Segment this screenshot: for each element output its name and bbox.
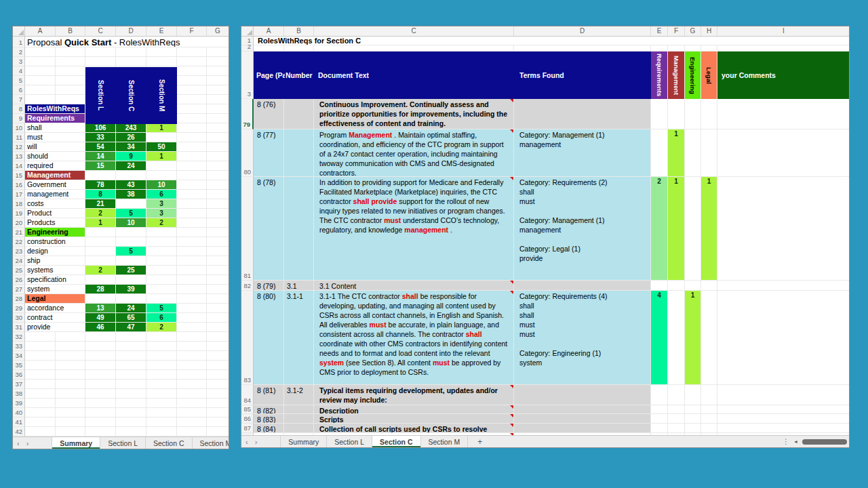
empty-cell[interactable] — [25, 47, 56, 57]
workbook-title-cell[interactable]: Proposal Quick Start - RolesWithReqs — [25, 37, 229, 47]
page-para-cell[interactable]: 8 (81) — [254, 385, 284, 405]
empty-cell[interactable] — [146, 380, 177, 389]
empty-cell[interactable] — [146, 171, 177, 180]
column-header[interactable]: D — [116, 26, 146, 36]
term-label-cell[interactable]: contract — [25, 313, 85, 323]
empty-cell[interactable] — [207, 95, 229, 104]
empty-cell[interactable] — [25, 399, 56, 408]
term-count-cell[interactable]: 3 — [146, 209, 177, 218]
document-text-cell[interactable]: Program Management . Maintain optimal st… — [314, 129, 514, 177]
page-para-cell[interactable]: 8 (82) — [254, 405, 284, 414]
empty-cell[interactable] — [146, 342, 177, 351]
empty-cell[interactable] — [651, 281, 668, 291]
empty-cell[interactable] — [146, 361, 177, 370]
empty-cell[interactable] — [177, 180, 207, 190]
row-header[interactable]: 5 — [13, 76, 25, 85]
empty-cell[interactable] — [85, 57, 116, 66]
empty-cell[interactable] — [56, 332, 85, 342]
empty-cell[interactable] — [177, 104, 207, 114]
empty-cell[interactable] — [177, 152, 207, 161]
terms-found-cell[interactable]: Category: Requirements (4) shall shall m… — [514, 291, 651, 385]
empty-cell[interactable] — [207, 47, 229, 57]
comments-cell[interactable] — [717, 99, 849, 129]
empty-cell[interactable] — [651, 405, 668, 414]
row-header[interactable]: 4 — [13, 66, 25, 76]
category-header-cell[interactable]: Legal — [25, 294, 85, 304]
empty-cell[interactable] — [685, 433, 701, 435]
empty-cell[interactable] — [207, 142, 229, 152]
term-count-cell[interactable]: 14 — [85, 152, 116, 161]
term-count-cell[interactable]: 50 — [146, 142, 177, 152]
empty-cell[interactable] — [146, 256, 177, 266]
column-header[interactable]: B — [284, 26, 314, 36]
term-label-cell[interactable]: specification — [25, 275, 85, 285]
comments-cell[interactable] — [717, 129, 849, 177]
row-header[interactable]: 81 — [241, 177, 254, 281]
page-para-cell[interactable]: 8 (79) — [254, 281, 284, 291]
empty-cell[interactable] — [25, 418, 56, 427]
empty-cell[interactable] — [177, 256, 207, 266]
document-text-cell[interactable]: In addition to providing support for Med… — [314, 177, 514, 281]
empty-cell[interactable] — [56, 342, 85, 351]
empty-cell[interactable] — [651, 385, 668, 405]
column-header[interactable]: C — [314, 26, 514, 36]
empty-cell[interactable] — [207, 266, 229, 275]
category-count-cell[interactable]: 1 — [701, 177, 717, 281]
empty-cell[interactable] — [651, 129, 668, 177]
empty-cell[interactable] — [177, 275, 207, 285]
empty-cell[interactable] — [668, 414, 685, 424]
empty-cell[interactable] — [25, 95, 56, 104]
empty-cell[interactable] — [651, 433, 668, 435]
page-para-cell[interactable] — [254, 433, 284, 435]
empty-cell[interactable] — [177, 218, 207, 228]
empty-cell[interactable] — [146, 285, 177, 294]
empty-cell[interactable] — [701, 45, 717, 52]
term-count-cell[interactable]: 33 — [85, 133, 116, 142]
page-para-cell[interactable]: 8 (80) — [254, 291, 284, 385]
row-header[interactable]: 85 — [241, 405, 254, 414]
empty-cell[interactable] — [25, 332, 56, 342]
empty-cell[interactable] — [25, 408, 56, 418]
column-header[interactable]: A — [25, 26, 56, 36]
empty-cell[interactable] — [56, 361, 85, 370]
empty-cell[interactable] — [207, 161, 229, 171]
term-label-cell[interactable]: should — [25, 152, 85, 161]
term-count-cell[interactable]: 28 — [85, 285, 116, 294]
empty-cell[interactable] — [207, 171, 229, 180]
row-header[interactable]: 29 — [13, 304, 25, 313]
empty-cell[interactable] — [146, 161, 177, 171]
term-count-cell[interactable]: 1 — [146, 123, 177, 133]
empty-cell[interactable] — [651, 414, 668, 424]
term-label-cell[interactable]: Product — [25, 209, 85, 218]
section-column-header[interactable]: Section L — [85, 67, 116, 124]
row-header[interactable]: 7 — [13, 95, 25, 104]
term-label-cell[interactable]: ship — [25, 256, 85, 266]
row-header[interactable]: 34 — [13, 351, 25, 361]
terms-found-cell[interactable] — [514, 385, 651, 405]
category-count-cell[interactable]: 1 — [668, 129, 685, 177]
empty-cell[interactable] — [116, 47, 146, 57]
empty-cell[interactable] — [207, 85, 229, 95]
term-count-cell[interactable]: 1 — [146, 152, 177, 161]
empty-cell[interactable] — [207, 389, 229, 399]
row-header[interactable]: 37 — [13, 380, 25, 389]
comments-cell[interactable] — [717, 424, 849, 433]
terms-found-cell[interactable]: Category: Requirements (2) shall must Ca… — [514, 177, 651, 281]
empty-cell[interactable] — [25, 370, 56, 380]
page-para-cell[interactable]: 8 (76) — [254, 99, 284, 129]
term-count-cell[interactable]: 3 — [146, 199, 177, 209]
empty-cell[interactable] — [116, 294, 146, 304]
row-header[interactable]: 84 — [241, 385, 254, 405]
term-label-cell[interactable]: will — [25, 142, 85, 152]
empty-cell[interactable] — [146, 351, 177, 361]
empty-cell[interactable] — [85, 332, 116, 342]
term-count-cell[interactable]: 10 — [146, 180, 177, 190]
empty-cell[interactable] — [56, 408, 85, 418]
term-count-cell[interactable]: 46 — [85, 323, 116, 332]
term-count-cell[interactable]: 5 — [146, 304, 177, 313]
empty-cell[interactable] — [146, 408, 177, 418]
empty-cell[interactable] — [146, 228, 177, 237]
sheet-nav-right-icon[interactable]: › — [255, 438, 258, 446]
row-header[interactable]: 10 — [13, 123, 25, 133]
page-para-cell[interactable]: 8 (84) — [254, 424, 284, 433]
